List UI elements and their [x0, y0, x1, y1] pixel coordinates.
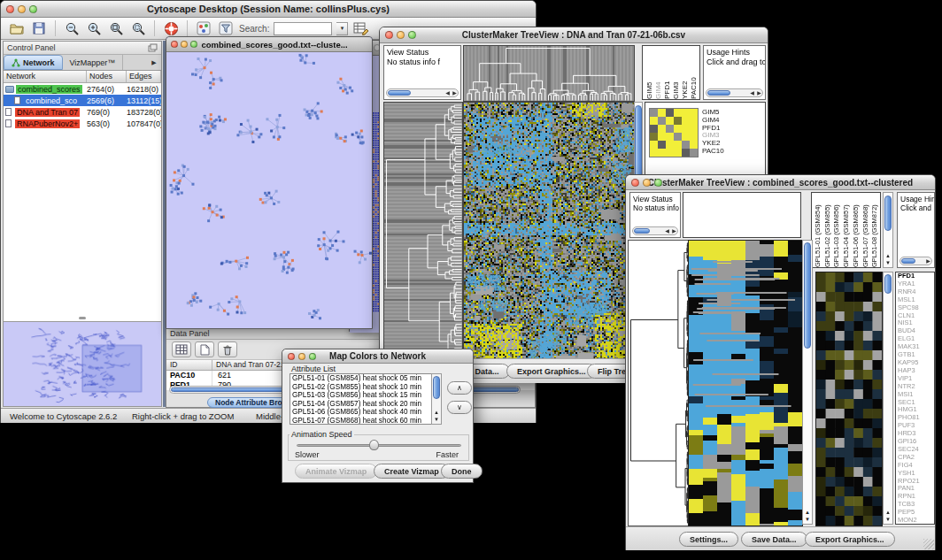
- network-canvas[interactable]: [166, 52, 372, 328]
- column-header-network[interactable]: Network: [4, 71, 87, 82]
- move-up-button[interactable]: ∧: [447, 381, 472, 395]
- gene-dendrogram[interactable]: [628, 240, 690, 526]
- zoom-vscrollbar[interactable]: ▲ ▼: [883, 272, 893, 525]
- zoom-button[interactable]: [190, 41, 197, 48]
- attribute-item[interactable]: GPL51-03 (GSM856) heat shock 15 min: [292, 391, 441, 400]
- search-dropdown-button[interactable]: ▾: [336, 22, 348, 35]
- network-row[interactable]: combined_scores 2764(0) 16218(0): [4, 83, 161, 95]
- export-graphics-button[interactable]: Export Graphics...: [506, 364, 597, 379]
- help-button[interactable]: [162, 19, 180, 37]
- float-panel-icon[interactable]: [148, 43, 158, 52]
- splitter-knob[interactable]: [79, 317, 86, 319]
- heatmap-zoom-view[interactable]: [815, 272, 883, 526]
- network-row[interactable]: DNA and Tran 07 769(0) 183728(0): [4, 106, 161, 118]
- minimize-button[interactable]: [18, 5, 26, 13]
- scroll-up-icon[interactable]: ▲: [884, 252, 892, 259]
- network-row[interactable]: combined_sco 2569(6) 13112(15): [4, 95, 161, 106]
- main-titlebar[interactable]: Cytoscape Desktop (Session Name: collins…: [1, 1, 536, 18]
- zoom-out-button[interactable]: [63, 19, 81, 37]
- column-header-edges[interactable]: Edges: [127, 71, 161, 82]
- scroll-down-icon[interactable]: ▼: [884, 259, 892, 266]
- minimize-button[interactable]: [181, 41, 188, 48]
- resize-grip[interactable]: [923, 539, 934, 549]
- close-button[interactable]: [6, 5, 14, 13]
- scroll-thumb[interactable]: [804, 242, 811, 349]
- close-button[interactable]: [631, 179, 639, 187]
- filter-button[interactable]: [217, 19, 235, 37]
- listbox-vscrollbar[interactable]: ▲ ▼: [431, 373, 442, 425]
- scroll-right-icon[interactable]: ▶: [756, 89, 762, 97]
- save-session-button[interactable]: [30, 19, 48, 37]
- create-vizmap-button[interactable]: Create Vizmap: [374, 464, 450, 479]
- scroll-thumb[interactable]: [901, 258, 915, 264]
- done-button[interactable]: Done: [441, 464, 483, 479]
- scroll-up-icon[interactable]: ▲: [432, 409, 441, 416]
- scroll-right-icon[interactable]: ▶: [925, 257, 931, 265]
- similarity-matrix[interactable]: [649, 108, 699, 157]
- tab-network[interactable]: Network: [4, 55, 63, 70]
- save-data-button[interactable]: Save Data...: [741, 532, 807, 547]
- scroll-left-icon[interactable]: ◀: [664, 227, 670, 235]
- network-row[interactable]: RNAPuberNov2+ 563(0) 107847(0): [4, 118, 161, 129]
- vizmapper-button[interactable]: [195, 19, 212, 37]
- attribute-item[interactable]: GPL51-04 (GSM857) heat shock 20 min: [292, 400, 441, 409]
- zoom-button[interactable]: [654, 179, 662, 187]
- attribute-item[interactable]: GPL51-07 (GSM868) heat shock 60 min: [292, 417, 441, 425]
- animation-slider[interactable]: [297, 444, 461, 447]
- array-labels-panel[interactable]: GIM5GIM4PFD1GIM3YKE2PAC10: [642, 45, 700, 100]
- move-down-button[interactable]: ∨: [447, 401, 472, 414]
- network-view-1-titlebar[interactable]: combined_scores_good.txt--cluste...: [166, 37, 372, 52]
- settings-button[interactable]: Settings...: [679, 532, 738, 547]
- array-labels-panel[interactable]: GPL51-01 (GSM854)GPL51-02 (GSM855)GPL51-…: [811, 192, 881, 268]
- zoom-button[interactable]: [29, 5, 37, 13]
- minimize-button[interactable]: [397, 31, 405, 39]
- zoom-button[interactable]: [408, 31, 416, 39]
- gene-dendrogram[interactable]: [383, 102, 463, 363]
- scroll-thumb[interactable]: [634, 228, 650, 234]
- scroll-down-icon[interactable]: ▼: [432, 416, 441, 423]
- column-header-id[interactable]: ID: [166, 360, 212, 370]
- scroll-thumb[interactable]: [388, 90, 411, 96]
- minimize-button[interactable]: [643, 179, 651, 187]
- attribute-item[interactable]: GPL51-02 (GSM855) heat shock 10 min: [292, 383, 441, 392]
- scroll-left-icon[interactable]: ◀: [749, 89, 755, 97]
- treeview2-titlebar[interactable]: ClusterMaker TreeView : combined_scores_…: [626, 175, 935, 190]
- scroll-down-icon[interactable]: ▼: [884, 516, 892, 523]
- minimize-button[interactable]: [298, 353, 305, 360]
- usage-hints-scrollbar[interactable]: ◀ ▶: [706, 88, 763, 97]
- gene-labels-panel[interactable]: PFD1YRA1RNR4MSL1SPC98CLN1NIS1BUD4ELG1MAK…: [895, 272, 935, 525]
- scroll-thumb[interactable]: [884, 274, 892, 294]
- scroll-left-icon[interactable]: ◀: [444, 89, 451, 97]
- heatmap-vscrollbar[interactable]: ▲ ▼: [802, 240, 813, 525]
- zoom-button[interactable]: [309, 353, 316, 360]
- open-session-button[interactable]: [8, 19, 26, 37]
- zoom-fit-button[interactable]: [107, 19, 125, 37]
- new-attribute-button[interactable]: [195, 341, 214, 357]
- heatmap-main[interactable]: [463, 102, 635, 363]
- dialog-titlebar[interactable]: Map Colors to Network: [282, 349, 473, 364]
- network-overview-panel[interactable]: [4, 321, 161, 406]
- attribute-browser-button[interactable]: [352, 19, 370, 37]
- column-dendrogram[interactable]: [463, 45, 635, 102]
- attribute-listbox[interactable]: GPL51-01 (GSM854) heat shock 05 minGPL51…: [290, 373, 442, 425]
- scroll-thumb[interactable]: [433, 376, 440, 399]
- heatmap-main[interactable]: [688, 240, 803, 526]
- animate-vizmap-button[interactable]: Animate Vizmap: [295, 464, 377, 479]
- treeview1-titlebar[interactable]: ClusterMaker TreeView : DNA and Tran 07-…: [380, 27, 768, 43]
- scroll-thumb[interactable]: [707, 90, 730, 96]
- tab-vizmapper[interactable]: VizMapper™: [63, 55, 124, 70]
- export-graphics-button[interactable]: Export Graphics...: [805, 532, 895, 547]
- zoom-in-button[interactable]: [85, 19, 103, 37]
- tab-overflow-button[interactable]: ▶: [147, 55, 161, 70]
- zoom-selected-button[interactable]: [129, 19, 147, 37]
- attribute-item[interactable]: GPL51-06 (GSM865) heat shock 40 min: [292, 408, 441, 417]
- view-status-scrollbar[interactable]: ◀ ▶: [632, 226, 678, 235]
- close-button[interactable]: [385, 31, 393, 39]
- slider-thumb[interactable]: [369, 440, 379, 450]
- delete-attribute-button[interactable]: [218, 341, 237, 357]
- close-button[interactable]: [171, 41, 178, 48]
- scroll-right-icon[interactable]: ▶: [452, 89, 458, 97]
- scroll-right-icon[interactable]: ▶: [671, 227, 677, 235]
- search-input[interactable]: [274, 22, 332, 35]
- column-header-nodes[interactable]: Nodes: [87, 71, 127, 82]
